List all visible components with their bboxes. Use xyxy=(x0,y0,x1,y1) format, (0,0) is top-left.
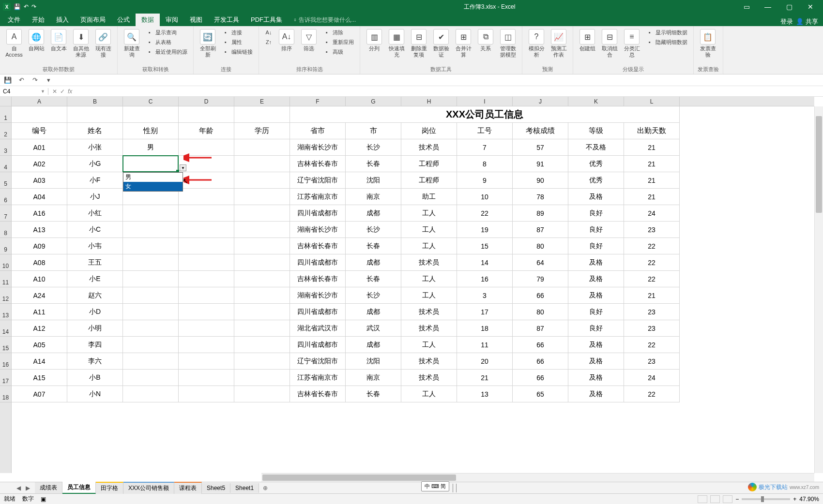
ribbon-数据验证[interactable]: ✔数据验证 xyxy=(431,28,451,59)
row-header-7[interactable]: 7 xyxy=(0,205,11,222)
ribbon-tab-审阅[interactable]: 审阅 xyxy=(160,14,184,26)
ribbon-tab-开始[interactable]: 开始 xyxy=(26,14,50,26)
cell[interactable]: A16 xyxy=(12,205,67,222)
cell[interactable] xyxy=(234,189,290,205)
cell[interactable]: 小F xyxy=(67,172,123,189)
cell[interactable]: 66 xyxy=(513,337,568,353)
ribbon-tab-开发工具[interactable]: 开发工具 xyxy=(208,14,245,26)
cell[interactable]: A05 xyxy=(12,337,67,353)
ribbon-连接[interactable]: ▪连接 xyxy=(220,28,255,37)
cell[interactable] xyxy=(234,386,290,402)
fx-icon[interactable]: fx xyxy=(68,88,72,95)
qat-undo-icon[interactable]: ↶ xyxy=(24,3,29,10)
cell[interactable]: 省市 xyxy=(290,123,346,139)
share-button[interactable]: 👤 共享 xyxy=(796,17,818,26)
ribbon-编辑链接[interactable]: ▪编辑链接 xyxy=(220,47,255,56)
cell[interactable] xyxy=(234,287,290,304)
cell[interactable]: 吉林省长春市 xyxy=(290,386,346,402)
cell[interactable]: 技术员 xyxy=(401,353,457,370)
cell[interactable]: A02 xyxy=(12,156,67,172)
cell[interactable]: 64 xyxy=(513,254,568,271)
cell[interactable]: 23 xyxy=(624,353,680,370)
ribbon-模拟分析[interactable]: ?模拟分析 xyxy=(526,28,547,59)
cell[interactable]: 优秀 xyxy=(568,172,624,189)
cell[interactable]: 湖南省长沙市 xyxy=(290,222,346,238)
cell[interactable] xyxy=(123,320,179,337)
ribbon-tab-文件[interactable]: 文件 xyxy=(2,14,26,26)
cell[interactable]: 良好 xyxy=(568,304,624,320)
cell[interactable]: 工人 xyxy=(401,222,457,238)
cell[interactable]: 江苏省南京市 xyxy=(290,189,346,205)
sort-Z↑[interactable]: Z↑ xyxy=(263,38,274,46)
cell[interactable]: 66 xyxy=(513,287,568,304)
cell[interactable]: 及格 xyxy=(568,370,624,386)
sort-A↓[interactable]: A↓ xyxy=(263,28,274,37)
cell[interactable]: 91 xyxy=(513,156,568,172)
zoom-out-button[interactable]: − xyxy=(735,496,739,503)
accept-formula-icon[interactable]: ✓ xyxy=(60,88,65,95)
cell[interactable]: A04 xyxy=(12,189,67,205)
ribbon-创建组[interactable]: ⊞创建组 xyxy=(577,28,597,53)
login-link[interactable]: 登录 xyxy=(780,17,793,26)
cell[interactable]: A15 xyxy=(12,370,67,386)
cell[interactable] xyxy=(179,370,234,386)
ribbon-自其他来源[interactable]: ⬇自其他来源 xyxy=(71,28,91,59)
cell[interactable]: 南京 xyxy=(346,189,401,205)
ribbon-tab-页面布局[interactable]: 页面布局 xyxy=(75,14,111,26)
row-header-8[interactable]: 8 xyxy=(0,222,11,238)
cell[interactable]: 技术员 xyxy=(401,254,457,271)
cell[interactable]: 工人 xyxy=(401,238,457,254)
cell[interactable]: 武汉 xyxy=(346,320,401,337)
cell[interactable]: 长春 xyxy=(346,271,401,287)
view-pagebreak-button[interactable] xyxy=(723,495,732,503)
cell[interactable]: 及格 xyxy=(568,386,624,402)
cell[interactable]: 湖北省武汉市 xyxy=(290,320,346,337)
maximize-button[interactable]: ▢ xyxy=(779,0,799,14)
cell[interactable] xyxy=(179,304,234,320)
cell[interactable]: 22 xyxy=(624,271,680,287)
cell[interactable]: 工程师 xyxy=(401,172,457,189)
ime-indicator[interactable]: 中 ⌨ 简 xyxy=(425,483,446,490)
col-header-E[interactable]: E xyxy=(234,97,290,106)
cell[interactable]: A09 xyxy=(12,238,67,254)
ribbon-管理数据模型[interactable]: ◫管理数据模型 xyxy=(498,28,518,59)
cell[interactable]: 小明 xyxy=(67,320,123,337)
cell[interactable]: A24 xyxy=(12,287,67,304)
cell[interactable]: 21 xyxy=(457,370,513,386)
row-header-1[interactable]: 1 xyxy=(0,106,11,123)
col-header-C[interactable]: C xyxy=(123,97,179,106)
ribbon-分列[interactable]: ▥分列 xyxy=(364,28,384,53)
cell[interactable] xyxy=(123,304,179,320)
col-header-F[interactable]: F xyxy=(290,97,346,106)
ribbon-现有连接[interactable]: 🔗现有连接 xyxy=(93,28,113,59)
ribbon-新建查询[interactable]: 🔍新建查询 xyxy=(122,28,142,59)
cell[interactable] xyxy=(179,238,234,254)
cell[interactable]: 14 xyxy=(457,254,513,271)
ribbon-重新应用[interactable]: ▪重新应用 xyxy=(321,38,356,46)
cell[interactable] xyxy=(234,139,290,156)
cell[interactable]: 成都 xyxy=(346,254,401,271)
cell[interactable]: 技术员 xyxy=(401,320,457,337)
ime-drag-handle[interactable] xyxy=(453,484,457,492)
cell[interactable]: 市 xyxy=(346,123,401,139)
cell[interactable]: 良好 xyxy=(568,320,624,337)
cell[interactable]: 沈阳 xyxy=(346,353,401,370)
cell[interactable] xyxy=(234,254,290,271)
cell[interactable]: 及格 xyxy=(568,337,624,353)
ribbon-预测工作表[interactable]: 📈预测工作表 xyxy=(549,28,569,59)
cell[interactable]: 22 xyxy=(624,337,680,353)
cell[interactable]: 及格 xyxy=(568,189,624,205)
sheet-tab-田字格[interactable]: 田字格 xyxy=(96,482,123,494)
cell[interactable] xyxy=(234,337,290,353)
cell[interactable] xyxy=(12,106,67,123)
zoom-in-button[interactable]: + xyxy=(793,496,796,503)
cell[interactable]: 姓名 xyxy=(67,123,123,139)
cell[interactable]: 89 xyxy=(513,205,568,222)
cell[interactable]: 年龄 xyxy=(179,123,234,139)
cell[interactable]: 四川省成都市 xyxy=(290,254,346,271)
sheet-tab-成绩表[interactable]: 成绩表 xyxy=(35,482,62,493)
cell[interactable]: 成都 xyxy=(346,304,401,320)
add-sheet-button[interactable]: ⊕ xyxy=(259,483,272,493)
cell[interactable]: 66 xyxy=(513,370,568,386)
tell-me-input[interactable]: ♀ 告诉我您想要做什么... xyxy=(288,14,361,26)
